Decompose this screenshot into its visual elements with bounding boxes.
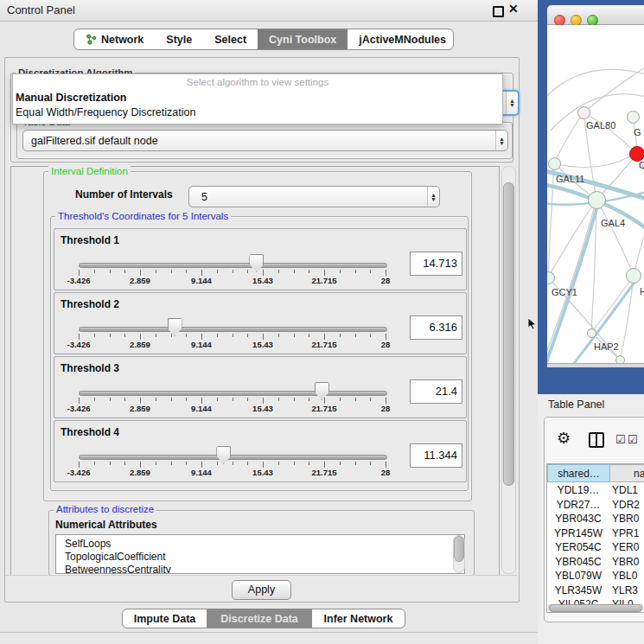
popup-option-manual-discretization[interactable]: Manual Discretization	[15, 92, 500, 104]
threshold-label: Threshold 2	[61, 298, 119, 310]
tab-jactivemnodules[interactable]: jActiveMNodules	[348, 29, 454, 49]
threshold-value-field[interactable]: 21.4	[410, 379, 462, 404]
threshold-slider-track[interactable]	[79, 263, 387, 268]
tick-mark	[156, 462, 156, 465]
stepper-icon: ▲▼	[495, 131, 507, 150]
tick-mark	[247, 270, 248, 273]
tab-network[interactable]: Network	[74, 29, 155, 49]
tick-label: 28	[367, 468, 405, 477]
number-of-intervals-combobox[interactable]: 5 ▲▼	[188, 186, 440, 207]
cell-name: YLR3	[612, 584, 644, 596]
network-node[interactable]	[547, 271, 555, 284]
tick-label: 15.43	[244, 340, 282, 349]
table-rows[interactable]: YDL19…YDL1YDR27…YDR2YBR043CYBR0YPR145WYP…	[547, 482, 644, 604]
popup-option-equal-width-frequency[interactable]: Equal Width/Frequency Discretization	[15, 106, 500, 118]
table-data-combobox[interactable]: galFiltered.sif default node ▲▼	[22, 130, 508, 151]
network-node[interactable]	[588, 191, 606, 209]
threshold-slider-thumb[interactable]	[168, 318, 182, 336]
tick-label: 2.859	[121, 404, 159, 413]
tab-label: Cyni Toolbox	[269, 34, 336, 46]
tick-mark	[278, 462, 279, 465]
tick-mark	[217, 334, 218, 337]
tick-mark	[156, 398, 156, 401]
float-window-icon[interactable]	[493, 6, 504, 17]
tick-mark	[201, 398, 202, 404]
tick-mark	[340, 334, 341, 337]
cell-name: YPR1	[612, 527, 644, 539]
network-node[interactable]	[626, 268, 641, 284]
numerical-attributes-list[interactable]: SelfLoopsTopologicalCoefficientBetweenne…	[55, 534, 465, 574]
vertical-scrollbar-thumb[interactable]	[503, 182, 514, 486]
network-window-titlebar[interactable]	[547, 5, 644, 25]
split-columns-icon[interactable]	[589, 432, 604, 448]
tick-mark	[309, 334, 309, 337]
threshold-slider-track[interactable]	[79, 391, 387, 396]
tick-mark	[294, 334, 295, 337]
tick-mark	[324, 334, 325, 340]
interval-definition-group-label: Interval Definition	[48, 166, 131, 176]
tick-mark	[110, 398, 111, 401]
threshold-value-field[interactable]: 6.316	[410, 316, 462, 340]
attribute-item-topologicalcoefficient[interactable]: TopologicalCoefficient	[65, 551, 166, 563]
apply-button[interactable]: Apply	[232, 580, 291, 600]
tick-mark	[386, 398, 386, 404]
tick-mark	[370, 270, 371, 273]
threshold-value-field[interactable]: 14.713	[410, 252, 462, 276]
table-data-combobox-value: galFiltered.sif default node	[23, 135, 495, 147]
tick-mark	[110, 462, 111, 465]
gear-icon[interactable]: ⚙	[557, 429, 571, 448]
tick-label: 28	[367, 404, 405, 413]
threshold-slider-track[interactable]	[79, 455, 387, 460]
network-node[interactable]	[548, 157, 561, 170]
tick-mark	[355, 334, 356, 337]
number-of-intervals-value: 5	[189, 191, 427, 203]
tick-mark	[140, 334, 141, 340]
tick-mark	[124, 270, 125, 273]
threshold-value-field[interactable]: 11.344	[410, 443, 462, 468]
threshold-slider-track[interactable]	[79, 327, 387, 332]
tick-mark	[79, 334, 80, 340]
network-node[interactable]	[577, 106, 590, 119]
checkbox-icon[interactable]: ☑	[628, 433, 638, 446]
tab-select[interactable]: Select	[203, 29, 258, 49]
cell-shared-name: YIL052C	[547, 598, 609, 604]
threshold-slider-thumb[interactable]	[249, 254, 264, 272]
tick-label: 21.715	[305, 404, 343, 413]
column-header-name[interactable]: na	[610, 464, 644, 482]
checkbox-icon[interactable]: ☑	[615, 433, 626, 446]
tick-mark	[294, 398, 295, 401]
tick-mark	[201, 462, 202, 468]
tab-cyni-toolbox[interactable]: Cyni Toolbox	[258, 29, 348, 49]
network-node[interactable]	[615, 355, 625, 364]
network-canvas[interactable]: GAL80GCGAL11GAL4GCY1HHAP2	[547, 25, 644, 363]
cell-name: YIL0	[612, 598, 644, 604]
column-header-shared[interactable]: shared…	[547, 464, 610, 482]
tick-label: -3.426	[60, 340, 98, 349]
threshold-slider-thumb[interactable]	[315, 382, 329, 400]
close-icon[interactable]: ✕	[508, 2, 519, 16]
network-node[interactable]	[627, 111, 640, 124]
network-node[interactable]	[587, 328, 596, 338]
threshold-slider-thumb[interactable]	[216, 446, 231, 464]
cell-shared-name: YBR043C	[547, 513, 609, 525]
cell-shared-name: YBR045C	[547, 556, 609, 568]
window-bottom-border	[0, 632, 538, 633]
tick-label: 21.715	[305, 276, 343, 285]
attribute-item-selfloops[interactable]: SelfLoops	[65, 538, 111, 550]
cell-shared-name: YBL079W	[547, 570, 609, 582]
tick-mark	[386, 334, 386, 340]
tick-mark	[309, 462, 309, 465]
node-label-hap2: HAP2	[594, 341, 619, 352]
tick-mark	[171, 462, 172, 465]
bottom-tab-infer-network[interactable]: Infer Network	[312, 609, 405, 628]
tick-mark	[201, 334, 202, 340]
bottom-tab-impute-data[interactable]: Impute Data	[123, 609, 207, 628]
tab-style[interactable]: Style	[155, 29, 203, 49]
horizontal-scrollbar-thumb[interactable]	[549, 604, 642, 612]
tick-mark	[186, 398, 187, 401]
bottom-tab-discretize-data[interactable]: Discretize Data	[207, 609, 312, 628]
tick-mark	[309, 398, 309, 401]
attributes-scrollbar-thumb[interactable]	[454, 536, 464, 562]
attribute-item-betweennesscentrality[interactable]: BetweennessCentrality	[65, 564, 171, 574]
tick-mark	[340, 398, 341, 401]
